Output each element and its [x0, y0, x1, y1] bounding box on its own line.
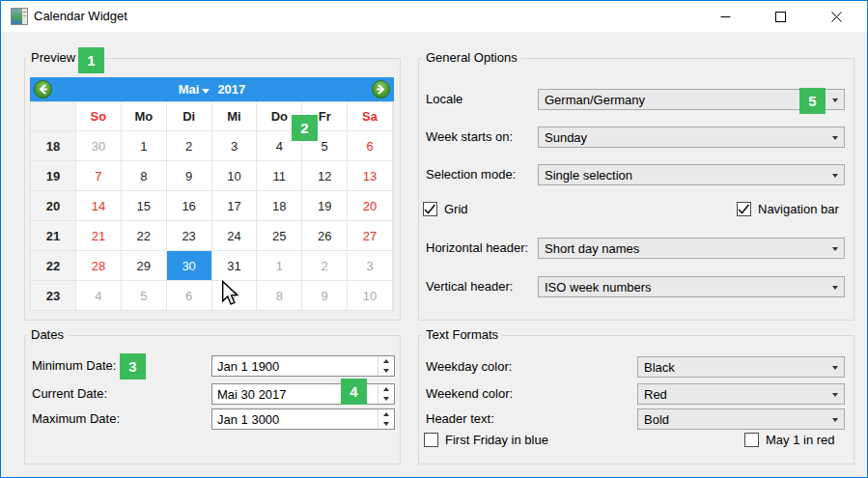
- arrow-left-icon: [38, 84, 48, 95]
- previous-month-button[interactable]: [34, 80, 52, 98]
- minimum-date-value[interactable]: Jan 1 1900: [212, 356, 378, 376]
- may-first-checkbox-label: May 1 in red: [766, 432, 835, 449]
- day-cell[interactable]: 26: [302, 221, 348, 251]
- horizontal-header-combobox[interactable]: Short day names: [538, 238, 845, 259]
- spin-down-button[interactable]: [378, 394, 394, 404]
- day-cell[interactable]: 24: [212, 221, 258, 251]
- day-cell[interactable]: 19: [302, 191, 348, 221]
- spin-up-button[interactable]: [378, 384, 394, 394]
- spin-up-button[interactable]: [378, 356, 394, 366]
- header-text-combobox[interactable]: Bold: [637, 408, 845, 430]
- minimize-button[interactable]: [703, 1, 747, 32]
- locale-label: Locale: [426, 91, 462, 108]
- weekend-color-label: Weekend color:: [426, 385, 513, 403]
- weekend-color-combobox[interactable]: Red: [637, 383, 845, 405]
- day-cell[interactable]: 30: [76, 131, 122, 161]
- annotation-badge-3: 3: [120, 353, 146, 380]
- calendar-grid: SoMoDiMiDoFrSa18301234561978910111213201…: [30, 101, 394, 311]
- minimum-date-spinbox[interactable]: Jan 1 1900: [211, 355, 395, 377]
- day-name-header: Sa: [348, 102, 393, 131]
- current-date-spinbox[interactable]: Mai 30 2017: [211, 383, 395, 405]
- annotation-badge-1: 1: [78, 47, 104, 73]
- day-cell[interactable]: 20: [348, 191, 393, 221]
- header-text-value: Bold: [644, 412, 669, 427]
- spin-down-button[interactable]: [378, 366, 394, 376]
- day-cell[interactable]: 23: [167, 221, 212, 251]
- spin-down-button[interactable]: [378, 419, 394, 429]
- navigation-bar-checkbox[interactable]: [737, 202, 751, 216]
- day-cell[interactable]: 3: [212, 131, 258, 161]
- day-cell[interactable]: 28: [76, 251, 122, 281]
- maximize-button[interactable]: [758, 1, 802, 32]
- day-cell[interactable]: 3: [348, 251, 393, 281]
- day-cell[interactable]: 2: [302, 251, 348, 281]
- weekend-color-value: Red: [644, 387, 667, 402]
- day-cell[interactable]: 11: [257, 161, 302, 191]
- first-friday-checkbox-label: First Friday in blue: [445, 432, 548, 449]
- selection-mode-label: Selection mode:: [426, 166, 516, 183]
- week-start-label: Week starts on:: [426, 128, 513, 146]
- month-button[interactable]: Mai: [179, 82, 210, 97]
- day-cell[interactable]: 1: [122, 131, 167, 161]
- day-cell[interactable]: 6: [167, 281, 212, 311]
- chevron-down-icon: [832, 286, 838, 290]
- day-cell[interactable]: 6: [348, 131, 393, 161]
- day-cell[interactable]: 22: [122, 221, 167, 251]
- year-button[interactable]: 2017: [217, 82, 245, 97]
- day-cell[interactable]: 31: [212, 251, 258, 281]
- horizontal-header-label: Horizontal header:: [426, 239, 528, 257]
- chevron-down-icon: [832, 174, 838, 178]
- day-cell[interactable]: 4: [76, 281, 122, 311]
- chevron-down-icon: [832, 418, 838, 422]
- day-cell[interactable]: 21: [76, 221, 122, 251]
- month-dropdown-icon: [202, 89, 210, 94]
- month-label: Mai: [179, 82, 200, 97]
- horizontal-header-value: Short day names: [545, 241, 639, 256]
- day-cell[interactable]: 10: [212, 161, 258, 191]
- day-cell[interactable]: 7: [76, 161, 122, 191]
- spin-up-button[interactable]: [378, 409, 394, 419]
- weekday-color-value: Black: [644, 360, 675, 375]
- week-number-cell: 23: [31, 281, 76, 311]
- day-name-header: Mo: [122, 102, 167, 131]
- calendar-corner-cell: [31, 102, 76, 131]
- close-button[interactable]: [814, 1, 858, 32]
- day-cell[interactable]: 14: [76, 191, 122, 221]
- maximum-date-spinbox[interactable]: Jan 1 3000: [211, 408, 395, 430]
- grid-checkbox[interactable]: [423, 202, 437, 216]
- vertical-header-combobox[interactable]: ISO week numbers: [538, 276, 845, 297]
- first-friday-checkbox[interactable]: [424, 433, 438, 447]
- day-cell[interactable]: 18: [257, 191, 302, 221]
- day-cell[interactable]: 10: [348, 281, 393, 311]
- day-cell[interactable]: 12: [302, 161, 348, 191]
- day-cell[interactable]: 29: [122, 251, 167, 281]
- selection-mode-combobox[interactable]: Single selection: [538, 164, 845, 185]
- day-cell[interactable]: 25: [257, 221, 302, 251]
- check-icon: [738, 204, 750, 214]
- day-cell[interactable]: 8: [257, 281, 302, 311]
- maximum-date-value[interactable]: Jan 1 3000: [212, 409, 378, 429]
- day-cell[interactable]: 17: [212, 191, 258, 221]
- day-cell[interactable]: 27: [348, 221, 393, 251]
- day-cell[interactable]: 9: [302, 281, 348, 311]
- weekday-color-combobox[interactable]: Black: [637, 356, 845, 378]
- grid-checkbox-label: Grid: [444, 201, 468, 218]
- week-start-combobox[interactable]: Sunday: [538, 127, 845, 148]
- header-text-label: Header text:: [426, 410, 494, 428]
- day-cell[interactable]: 9: [167, 161, 212, 191]
- next-month-button[interactable]: [372, 80, 390, 98]
- titlebar: Calendar Widget: [1, 1, 867, 32]
- day-cell[interactable]: 15: [122, 191, 167, 221]
- navigation-bar-checkbox-label: Navigation bar: [758, 201, 839, 218]
- day-cell[interactable]: 5: [122, 281, 167, 311]
- chevron-down-icon: [832, 393, 838, 397]
- weekday-color-label: Weekday color:: [426, 358, 512, 376]
- dates-group-title: Dates: [27, 327, 68, 343]
- day-cell[interactable]: 2: [167, 131, 212, 161]
- day-cell[interactable]: 8: [122, 161, 167, 191]
- day-cell[interactable]: 16: [167, 191, 212, 221]
- day-cell[interactable]: 1: [257, 251, 302, 281]
- may-first-checkbox[interactable]: [744, 433, 759, 447]
- day-cell[interactable]: 13: [348, 161, 393, 191]
- day-cell[interactable]: 30: [167, 251, 212, 281]
